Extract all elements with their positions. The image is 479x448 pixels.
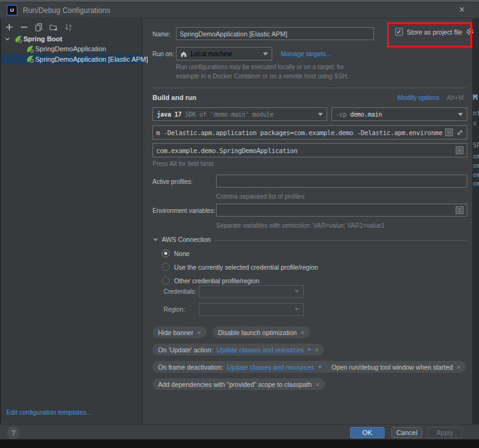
chip-on-update-action[interactable]: On 'Update' action: Update classes and r… <box>152 344 324 355</box>
apply-button: Apply <box>427 427 462 438</box>
name-label: Name: <box>152 31 170 38</box>
jdk-select[interactable]: java 17 SDK of 'demo.main' module <box>152 107 327 121</box>
remove-configuration-icon[interactable] <box>20 23 28 31</box>
section-divider <box>152 88 467 88</box>
main-class-input[interactable]: com.example.demo.SpringDemoApplication <box>152 143 467 157</box>
chip-add-provided-scope[interactable]: Add dependencies with "provided" scope t… <box>152 378 325 390</box>
chip-disable-launch-optimization[interactable]: Disable launch optimization × <box>212 326 310 338</box>
chip-remove-icon[interactable]: × <box>301 329 304 336</box>
run-on-select[interactable]: Local machine <box>176 47 272 60</box>
chip-on-frame-deactivation[interactable]: On frame deactivation: Update classes an… <box>152 361 335 373</box>
radio-unselected-icon[interactable] <box>162 263 170 271</box>
background-text-fragment: om <box>473 153 479 160</box>
chevron-down-icon[interactable] <box>4 36 10 42</box>
tree-item-springdemoapplication-elastic-apm[interactable]: SpringDemoApplication [Elastic APM] <box>1 54 143 64</box>
store-as-project-file-group: ✓ Store as project file <box>395 28 474 36</box>
chip-remove-icon[interactable]: × <box>197 329 201 336</box>
chip-dropdown-link[interactable]: Update classes and resources <box>217 346 304 354</box>
build-and-run-title: Build and run <box>152 94 196 101</box>
tree-item-label: SpringDemoApplication [Elastic APM] <box>35 56 148 63</box>
chip-remove-icon[interactable]: × <box>315 381 319 388</box>
modify-options-shortcut: Alt+M <box>447 94 464 101</box>
tree-item-springdemoapplication[interactable]: SpringDemoApplication <box>1 44 143 54</box>
cancel-button[interactable]: Cancel <box>391 427 422 438</box>
close-icon[interactable]: ✕ <box>459 5 465 14</box>
region-select[interactable] <box>199 303 304 316</box>
ok-button[interactable]: OK <box>350 427 385 438</box>
inline-variables-icon[interactable] <box>445 128 453 136</box>
modify-options-link[interactable]: Modify options <box>398 94 446 101</box>
background-text-fragment: SP <box>473 142 479 149</box>
classpath-module: demo.main <box>350 111 382 118</box>
background-text-fragment: om <box>473 162 479 169</box>
radio-label: None <box>174 250 190 257</box>
chip-label: Open run/debug tool window when started <box>331 363 453 371</box>
chip-dropdown-link[interactable]: Update classes and resources <box>227 363 314 371</box>
run-on-label: Run on: <box>152 51 174 57</box>
new-folder-icon[interactable] <box>49 23 58 31</box>
dialog-titlebar: IJ Run/Debug Configurations ✕ <box>0 2 479 19</box>
sort-alphabetically-icon[interactable]: az <box>64 23 73 31</box>
help-button[interactable]: ? <box>7 426 20 439</box>
region-label: Region: <box>164 306 185 313</box>
aws-section-divider <box>215 240 467 241</box>
radio-label: Use the currently selected credential pr… <box>174 263 318 271</box>
spring-boot-icon <box>26 55 34 63</box>
spring-boot-icon <box>14 35 22 43</box>
chip-label: On frame deactivation: <box>158 363 223 371</box>
spring-boot-icon <box>26 45 34 53</box>
chip-remove-icon[interactable]: × <box>315 346 319 354</box>
dropdown-arrow-icon <box>263 52 268 56</box>
run-on-hint-line2: example in a Docker Container or on a re… <box>176 73 349 80</box>
dropdown-arrow-icon <box>294 290 299 293</box>
add-configuration-icon[interactable] <box>5 23 14 31</box>
active-profiles-input[interactable] <box>216 175 467 188</box>
active-profiles-hint: Comma separated list of profiles <box>216 193 304 200</box>
chip-hide-banner[interactable]: Hide banner × <box>152 326 207 338</box>
environment-variables-hint: Separate variables with semicolon: VAR=v… <box>216 222 385 229</box>
modify-options-label: Modify options <box>398 94 439 101</box>
radio-unselected-icon[interactable] <box>162 276 170 284</box>
chip-remove-icon[interactable]: × <box>457 363 460 371</box>
aws-connection-header[interactable]: AWS Connection <box>152 236 211 243</box>
home-icon <box>180 51 187 57</box>
main-class-value: com.example.demo.SpringDemoApplication <box>156 147 453 154</box>
chip-label: Disable launch optimization <box>218 329 297 336</box>
edit-configuration-templates-link[interactable]: Edit configuration templates... <box>6 409 91 416</box>
credentials-label: Credentials: <box>164 288 196 295</box>
store-as-project-file-label: Store as project file <box>407 28 462 36</box>
background-text-fragment: s <box>473 120 477 127</box>
field-hints-text: Press Alt for field hints <box>152 160 214 167</box>
chevron-down-icon[interactable] <box>152 236 159 243</box>
manage-targets-link[interactable]: Manage targets... <box>281 50 331 57</box>
aws-radio-none[interactable]: None <box>162 249 190 257</box>
environment-variables-label: Environment variables: <box>152 207 215 214</box>
aws-radio-other-profile[interactable]: Other credential profile/region <box>162 276 259 284</box>
background-text-fragment: om <box>473 180 479 187</box>
aws-radio-current-profile[interactable]: Use the currently selected credential pr… <box>162 263 318 271</box>
run-on-hint-line1: Run configurations may be executed local… <box>176 64 344 70</box>
gear-icon[interactable] <box>466 28 474 36</box>
classpath-select[interactable]: -cp demo.main <box>331 107 467 121</box>
inline-variables-icon[interactable] <box>456 146 464 154</box>
name-value: SpringDemoApplication [Elastic APM] <box>180 30 288 38</box>
radio-selected-icon[interactable] <box>162 249 170 257</box>
chip-open-tool-window[interactable]: Open run/debug tool window when started … <box>326 361 466 373</box>
name-input[interactable]: SpringDemoApplication [Elastic APM] <box>176 27 374 40</box>
store-as-project-file-checkbox[interactable]: ✓ <box>395 28 403 36</box>
radio-label: Other credential profile/region <box>174 277 259 284</box>
chip-label: Hide banner <box>158 329 193 336</box>
jvm-options-input[interactable]: m -Delastic.apm.application_packages=com… <box>152 125 467 139</box>
jdk-version: java 17 <box>157 111 181 118</box>
background-text-fragment: om <box>473 172 479 178</box>
environment-variables-input[interactable] <box>216 204 467 217</box>
chevron-down-icon[interactable] <box>318 366 322 368</box>
inline-variables-icon[interactable] <box>456 206 464 214</box>
expand-field-icon[interactable] <box>456 129 464 136</box>
chevron-down-icon[interactable] <box>307 349 311 351</box>
background-text-fragment: nf <box>473 110 479 117</box>
dropdown-arrow-icon <box>458 113 463 116</box>
tree-group-spring-boot[interactable]: Spring Boot <box>1 34 143 44</box>
credentials-select[interactable] <box>199 285 304 298</box>
copy-configuration-icon[interactable] <box>35 23 43 31</box>
